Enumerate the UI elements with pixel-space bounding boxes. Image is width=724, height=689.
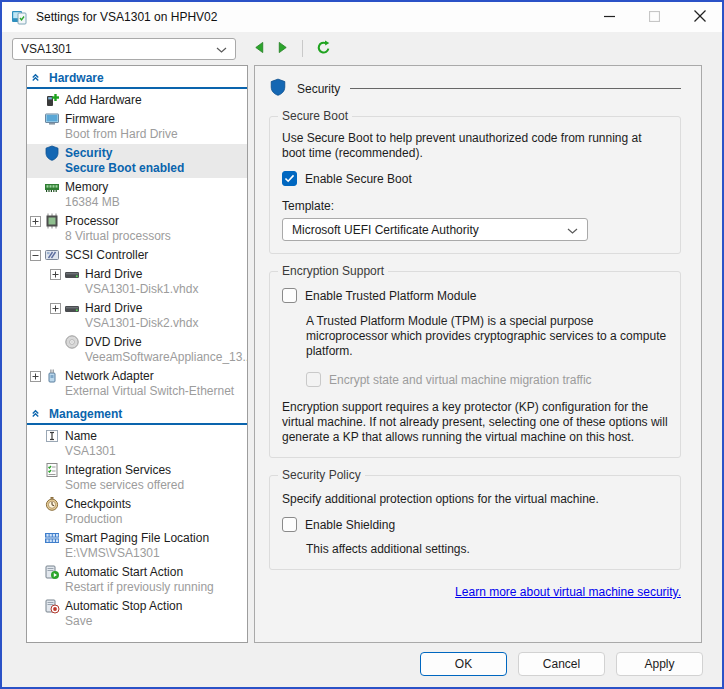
- processor-icon: [44, 213, 60, 229]
- item-label: Hard Drive: [85, 267, 142, 281]
- section-header-hardware[interactable]: Hardware: [27, 68, 247, 89]
- section-label: Management: [49, 407, 122, 421]
- enable-secure-boot-checkbox[interactable]: [282, 171, 297, 186]
- security-policy-description: Specify additional protection options fo…: [282, 492, 668, 507]
- expander-spacer: [30, 465, 41, 476]
- expander-spacer: [30, 601, 41, 612]
- collapse-icon[interactable]: [30, 250, 41, 261]
- item-label: Memory: [65, 180, 108, 194]
- item-label: Security: [65, 146, 112, 160]
- sidebar-item-smart-paging-file-location[interactable]: Smart Paging File LocationE:\VMS\VSA1301: [27, 529, 247, 563]
- navigate-forward-button[interactable]: [276, 41, 289, 57]
- item-label: Name: [65, 429, 97, 443]
- minimize-button[interactable]: [587, 2, 632, 32]
- encrypt-state-row: Encrypt state and virtual machine migrat…: [306, 372, 668, 387]
- item-sublabel: Save: [65, 614, 247, 629]
- collapse-chevron-icon: [30, 72, 41, 83]
- sidebar-item-name[interactable]: NameVSA1301: [27, 427, 247, 461]
- close-button[interactable]: [677, 2, 722, 32]
- hard-drive-icon: [64, 300, 80, 316]
- key-protector-note: Encryption support requires a key protec…: [282, 400, 668, 445]
- page-heading: Security: [269, 78, 681, 99]
- shield-icon: [269, 78, 287, 99]
- sidebar-item-dvd-drive[interactable]: DVD DriveVeeamSoftwareAppliance_13....: [27, 333, 247, 367]
- section-label: Hardware: [49, 71, 104, 85]
- enable-tpm-checkbox[interactable]: [282, 288, 297, 303]
- expand-icon[interactable]: [30, 371, 41, 382]
- smart-paging-icon: [44, 530, 60, 546]
- title-bar: Settings for VSA1301 on HPHV02: [2, 2, 722, 32]
- security-policy-group: Security Policy Specify additional prote…: [269, 475, 681, 570]
- expand-icon[interactable]: [30, 216, 41, 227]
- item-label: Add Hardware: [65, 93, 142, 107]
- dialog-buttons: OK Cancel Apply: [420, 652, 703, 676]
- refresh-button[interactable]: [316, 40, 331, 58]
- item-sublabel: VeeamSoftwareAppliance_13....: [85, 350, 247, 365]
- secure-boot-group: Secure Boot Use Secure Boot to help prev…: [269, 116, 681, 254]
- sidebar-item-scsi-controller[interactable]: SCSI Controller: [27, 246, 247, 265]
- expander-spacer: [30, 148, 41, 159]
- refresh-icon: [316, 40, 331, 58]
- item-label: SCSI Controller: [65, 248, 148, 262]
- sidebar-item-hard-drive[interactable]: Hard DriveVSA1301-Disk2.vhdx: [27, 299, 247, 333]
- sidebar-item-add-hardware[interactable]: Add Hardware: [27, 91, 247, 110]
- sidebar-item-integration-services[interactable]: Integration ServicesSome services offere…: [27, 461, 247, 495]
- vm-selector-combobox[interactable]: VSA1301: [12, 38, 236, 60]
- dvd-drive-icon: [64, 334, 80, 350]
- item-sublabel: Restart if previously running: [65, 580, 247, 595]
- expand-icon[interactable]: [50, 303, 61, 314]
- collapse-chevron-icon: [30, 408, 41, 419]
- tpm-description: A Trusted Platform Module (TPM) is a spe…: [306, 314, 668, 359]
- enable-shielding-row: Enable Shielding: [282, 517, 668, 532]
- vm-selector-value: VSA1301: [21, 42, 216, 56]
- name-icon: [44, 428, 60, 444]
- shield-icon: [44, 145, 60, 161]
- ok-button[interactable]: OK: [420, 652, 507, 676]
- enable-tpm-row: Enable Trusted Platform Module: [282, 288, 668, 303]
- memory-icon: [44, 179, 60, 195]
- sidebar-item-hard-drive[interactable]: Hard DriveVSA1301-Disk1.vhdx: [27, 265, 247, 299]
- shielding-note: This affects additional settings.: [306, 542, 668, 557]
- item-label: Processor: [65, 214, 119, 228]
- cancel-button[interactable]: Cancel: [518, 652, 605, 676]
- toolbar: VSA1301: [2, 32, 722, 65]
- item-label: Firmware: [65, 112, 115, 126]
- sidebar-item-automatic-start-action[interactable]: Automatic Start ActionRestart if previou…: [27, 563, 247, 597]
- item-label: Integration Services: [65, 463, 171, 477]
- firmware-icon: [44, 111, 60, 127]
- item-sublabel: 8 Virtual processors: [65, 229, 247, 244]
- sidebar-item-processor[interactable]: Processor8 Virtual processors: [27, 212, 247, 246]
- sidebar-item-security[interactable]: SecuritySecure Boot enabled: [27, 144, 247, 178]
- sidebar-item-checkpoints[interactable]: CheckpointsProduction: [27, 495, 247, 529]
- item-sublabel: VSA1301-Disk2.vhdx: [85, 316, 247, 331]
- window-title: Settings for VSA1301 on HPHV02: [36, 10, 217, 24]
- template-label: Template:: [282, 199, 668, 213]
- settings-window: Settings for VSA1301 on HPHV02 VSA1301: [0, 0, 724, 689]
- navigate-back-button[interactable]: [253, 41, 266, 57]
- security-policy-group-label: Security Policy: [278, 468, 365, 482]
- item-label: DVD Drive: [85, 335, 142, 349]
- expander-spacer: [30, 533, 41, 544]
- learn-more-link[interactable]: Learn more about virtual machine securit…: [455, 585, 681, 599]
- item-label: Automatic Start Action: [65, 565, 183, 579]
- enable-shielding-checkbox[interactable]: [282, 517, 297, 532]
- item-sublabel: E:\VMS\VSA1301: [65, 546, 247, 561]
- encrypt-state-checkbox: [306, 372, 321, 387]
- sidebar-item-network-adapter[interactable]: Network AdapterExternal Virtual Switch-E…: [27, 367, 247, 401]
- expand-icon[interactable]: [50, 269, 61, 280]
- item-sublabel: External Virtual Switch-Ethernet: [65, 384, 247, 399]
- chevron-down-icon: [216, 42, 227, 56]
- auto-start-icon: [44, 564, 60, 580]
- chevron-down-icon: [567, 223, 578, 237]
- sidebar-item-firmware[interactable]: FirmwareBoot from Hard Drive: [27, 110, 247, 144]
- item-sublabel: VSA1301: [65, 444, 247, 459]
- enable-secure-boot-label: Enable Secure Boot: [305, 172, 412, 186]
- sidebar-item-memory[interactable]: Memory16384 MB: [27, 178, 247, 212]
- apply-button[interactable]: Apply: [616, 652, 703, 676]
- encryption-support-group: Encryption Support Enable Trusted Platfo…: [269, 271, 681, 458]
- sidebar-item-automatic-stop-action[interactable]: Automatic Stop ActionSave: [27, 597, 247, 631]
- template-combobox[interactable]: Microsoft UEFI Certificate Authority: [282, 218, 588, 241]
- section-header-management[interactable]: Management: [27, 404, 247, 425]
- scsi-controller-icon: [44, 247, 60, 263]
- item-sublabel: Production: [65, 512, 247, 527]
